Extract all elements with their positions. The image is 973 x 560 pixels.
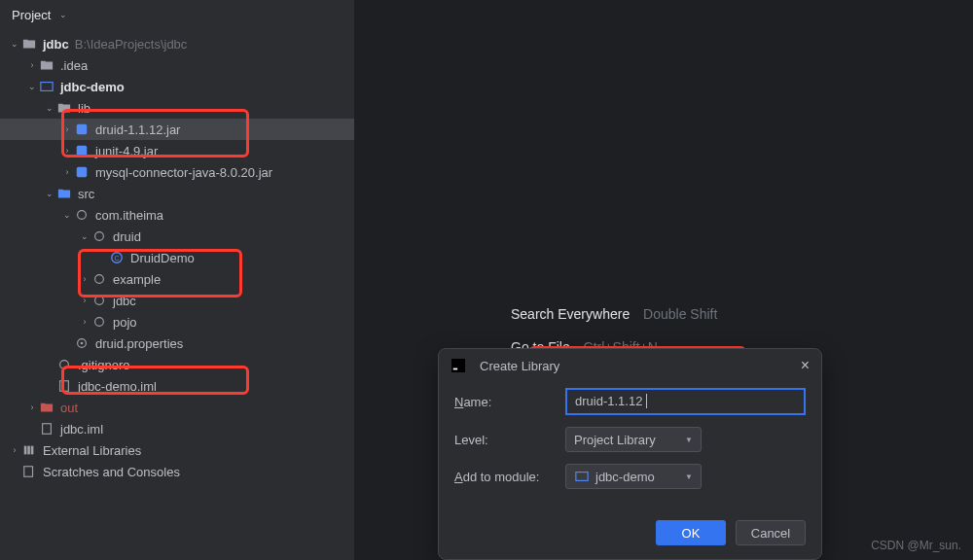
scratches-icon xyxy=(21,464,37,479)
tree-item-pkg-jdbc[interactable]: › jdbc xyxy=(0,290,354,311)
svg-point-8 xyxy=(95,275,104,284)
folder-icon xyxy=(39,400,54,415)
svg-rect-16 xyxy=(24,446,27,455)
svg-rect-15 xyxy=(43,424,52,435)
tree-item-gitignore[interactable]: .gitignore xyxy=(0,354,354,375)
chevron-right-icon: › xyxy=(78,294,91,307)
package-icon xyxy=(91,293,107,308)
tree-root-jdbc[interactable]: ⌄ jdbc B:\IdeaProjects\jdbc xyxy=(0,33,354,54)
tree-item-out[interactable]: › out xyxy=(0,397,354,418)
svg-rect-3 xyxy=(77,167,88,178)
chevron-right-icon: › xyxy=(60,122,74,136)
chevron-right-icon: › xyxy=(78,315,91,329)
svg-rect-18 xyxy=(31,446,34,455)
package-icon xyxy=(91,228,107,244)
folder-icon xyxy=(21,36,37,52)
tree-label: pojo xyxy=(113,315,137,330)
chevron-right-icon: › xyxy=(60,144,74,158)
chevron-down-icon: ⌄ xyxy=(43,187,56,200)
tree-item-mysql-jar[interactable]: › mysql-connector-java-8.0.20.jar xyxy=(0,161,354,183)
close-icon[interactable]: × xyxy=(801,357,810,374)
tree-label: External Libraries xyxy=(43,443,141,458)
project-sidebar: Project ⌄ ⌄ jdbc B:\IdeaProjects\jdbc › … xyxy=(0,0,355,560)
jar-icon xyxy=(74,164,90,180)
tree-item-pkg-example[interactable]: › example xyxy=(0,268,354,290)
svg-rect-2 xyxy=(77,146,88,157)
tree-label: src xyxy=(78,187,94,201)
intellij-icon xyxy=(450,358,466,373)
tree-item-idea[interactable]: › .idea xyxy=(0,54,354,76)
svg-text:C: C xyxy=(114,255,119,262)
tree-item-scratches[interactable]: Scratches and Consoles xyxy=(0,461,354,482)
project-header[interactable]: Project ⌄ xyxy=(0,0,354,29)
chevron-right-icon: › xyxy=(25,401,39,414)
project-title: Project xyxy=(12,8,51,22)
svg-point-10 xyxy=(95,318,104,327)
tree-label: druid-1.1.12.jar xyxy=(95,122,180,137)
tree-label: jdbc.iml xyxy=(60,422,103,437)
module-icon xyxy=(574,469,590,484)
tree-item-druid-props[interactable]: druid.properties xyxy=(0,332,354,354)
cancel-button[interactable]: Cancel xyxy=(736,520,806,545)
tree-path: B:\IdeaProjects\jdbc xyxy=(75,37,188,52)
tree-item-junit-jar[interactable]: › junit-4.9.jar xyxy=(0,140,354,161)
chevron-down-icon: ⌄ xyxy=(25,80,39,93)
module-select[interactable]: jdbc-demo ▼ xyxy=(565,464,702,489)
svg-rect-22 xyxy=(576,472,588,481)
iml-icon xyxy=(56,378,72,394)
ok-button[interactable]: OK xyxy=(656,520,726,545)
svg-rect-0 xyxy=(41,83,53,91)
tree-label: jdbc-demo.iml xyxy=(78,379,157,394)
chevron-right-icon: › xyxy=(8,443,21,457)
module-icon xyxy=(39,79,54,94)
tree-item-lib[interactable]: ⌄ lib xyxy=(0,97,354,119)
class-icon: C xyxy=(109,250,125,265)
jar-icon xyxy=(74,122,90,137)
name-input[interactable]: druid-1.1.12 xyxy=(565,388,806,415)
properties-icon xyxy=(74,335,90,351)
tree-label: junit-4.9.jar xyxy=(95,144,158,158)
chevron-down-icon: ⌄ xyxy=(43,101,56,115)
tree-item-jdbc-iml[interactable]: jdbc.iml xyxy=(0,418,354,439)
tree-label: .idea xyxy=(60,58,88,73)
svg-rect-17 xyxy=(27,446,30,455)
tree-item-pkg-itheima[interactable]: ⌄ com.itheima xyxy=(0,204,354,226)
name-label: Name: xyxy=(454,395,556,409)
tree-item-druid-demo[interactable]: C DruidDemo xyxy=(0,247,354,268)
level-label: Level: xyxy=(454,433,556,447)
svg-rect-19 xyxy=(24,467,33,477)
folder-icon xyxy=(56,100,72,116)
iml-icon xyxy=(39,421,54,437)
svg-point-4 xyxy=(78,211,87,220)
tree-label: Scratches and Consoles xyxy=(43,465,180,479)
tree-item-demo[interactable]: ⌄ jdbc-demo xyxy=(0,76,354,97)
svg-rect-1 xyxy=(77,124,88,135)
tree-label: example xyxy=(113,272,161,287)
package-icon xyxy=(91,314,107,330)
tree-item-src[interactable]: ⌄ src xyxy=(0,183,354,204)
jar-icon xyxy=(74,143,90,158)
level-select[interactable]: Project Library ▼ xyxy=(565,427,702,452)
tree-label: lib xyxy=(78,101,90,116)
tree-label: DruidDemo xyxy=(130,251,195,265)
tree-item-ext-libs[interactable]: › External Libraries xyxy=(0,439,354,461)
tree-item-pkg-pojo[interactable]: › pojo xyxy=(0,311,354,332)
tree-item-demo-iml[interactable]: jdbc-demo.iml xyxy=(0,375,354,397)
tree-item-druid-jar[interactable]: › druid-1.1.12.jar xyxy=(0,119,354,140)
tree-label: out xyxy=(60,401,78,415)
tree-label: mysql-connector-java-8.0.20.jar xyxy=(95,165,272,180)
chevron-right-icon: › xyxy=(78,272,91,286)
svg-rect-21 xyxy=(453,368,457,370)
svg-rect-20 xyxy=(451,359,465,372)
chevron-down-icon: ⌄ xyxy=(56,8,70,21)
chevron-down-icon: ⌄ xyxy=(60,208,74,222)
chevron-down-icon: ▼ xyxy=(685,472,693,481)
tree-label: druid xyxy=(113,229,141,244)
project-tree: ⌄ jdbc B:\IdeaProjects\jdbc › .idea ⌄ jd… xyxy=(0,29,354,486)
package-icon xyxy=(74,207,90,223)
tree-label: jdbc xyxy=(113,294,136,308)
tree-item-pkg-druid[interactable]: ⌄ druid xyxy=(0,226,354,247)
chevron-down-icon: ⌄ xyxy=(8,37,21,51)
hint-key: Double Shift xyxy=(643,306,717,322)
tree-label: .gitignore xyxy=(78,358,129,372)
